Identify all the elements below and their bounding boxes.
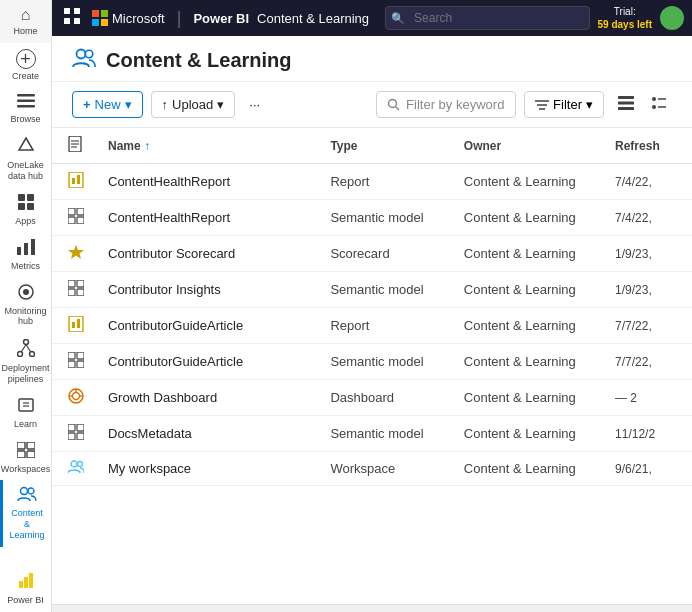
table-row[interactable]: DocsMetadata Semantic model Content & Le… <box>52 416 692 452</box>
upload-chevron-icon: ▾ <box>217 97 224 112</box>
svg-rect-1 <box>17 99 35 102</box>
item-icon-semantic <box>68 212 84 227</box>
row-owner-cell: Content & Learning <box>452 272 603 308</box>
table-row[interactable]: Growth Dashboard Dashboard Content & Lea… <box>52 380 692 416</box>
svg-rect-55 <box>68 208 75 215</box>
svg-point-71 <box>73 393 80 400</box>
col-refresh-header[interactable]: Refresh <box>603 128 692 164</box>
bottom-scrollbar[interactable] <box>52 604 692 612</box>
search-input[interactable] <box>385 6 589 30</box>
row-icon-cell <box>52 452 96 486</box>
table-container[interactable]: Name ↑ Type Owner Refresh <box>52 128 692 604</box>
sidebar-item-home[interactable]: ⌂ Home <box>0 0 51 43</box>
svg-rect-9 <box>24 243 28 255</box>
row-icon-cell <box>52 164 96 200</box>
row-type-cell: Scorecard <box>318 236 451 272</box>
row-refresh-cell: 1/9/23, <box>603 272 692 308</box>
microsoft-label: Microsoft <box>112 11 165 26</box>
sidebar-item-powerbi[interactable]: Power BI <box>0 565 51 612</box>
svg-rect-59 <box>68 280 75 287</box>
svg-point-44 <box>652 97 656 101</box>
topbar-workspace-label: Content & Learning <box>257 11 369 26</box>
table-row[interactable]: ContributorGuideArticle Report Content &… <box>52 308 692 344</box>
home-icon: ⌂ <box>21 6 31 24</box>
svg-rect-68 <box>68 361 75 368</box>
svg-rect-27 <box>19 581 23 588</box>
sidebar-item-content-learning[interactable]: Content &Learning <box>0 480 51 546</box>
svg-rect-53 <box>72 178 75 184</box>
table-body: ContentHealthReport Report Content & Lea… <box>52 164 692 486</box>
deployment-icon <box>17 339 35 361</box>
svg-rect-41 <box>618 96 634 99</box>
svg-rect-42 <box>618 102 634 105</box>
grid-view-button[interactable] <box>644 90 672 119</box>
list-view-button[interactable] <box>612 91 640 118</box>
row-owner-cell: Content & Learning <box>452 380 603 416</box>
table-row[interactable]: Contributor Scorecard Scorecard Content … <box>52 236 692 272</box>
row-type-cell: Semantic model <box>318 200 451 236</box>
table-row[interactable]: My workspace Workspace Content & Learnin… <box>52 452 692 486</box>
more-options-button[interactable]: ··· <box>243 92 266 117</box>
upload-button[interactable]: ↑ Upload ▾ <box>151 91 236 118</box>
powerbi-bottom-icon <box>17 571 35 593</box>
row-owner-cell: Content & Learning <box>452 308 603 344</box>
row-refresh-cell: 7/7/22, <box>603 308 692 344</box>
learn-icon <box>17 397 35 417</box>
sidebar-item-metrics[interactable]: Metrics <box>0 233 51 278</box>
svg-line-17 <box>26 345 31 352</box>
svg-rect-31 <box>74 8 80 14</box>
item-icon-semantic <box>68 356 84 371</box>
filter-keyword-input[interactable]: Filter by keyword <box>376 91 516 118</box>
row-name-cell: Growth Dashboard <box>96 380 318 416</box>
svg-point-45 <box>652 105 656 109</box>
svg-point-34 <box>77 50 86 59</box>
row-name-cell: DocsMetadata <box>96 416 318 452</box>
item-icon-scorecard <box>68 248 84 263</box>
metrics-icon <box>17 239 35 259</box>
sidebar-item-deployment[interactable]: Deploymentpipelines <box>0 333 51 391</box>
svg-rect-58 <box>77 217 84 224</box>
new-button[interactable]: + New ▾ <box>72 91 143 118</box>
svg-rect-66 <box>68 352 75 359</box>
view-toggle-area <box>612 90 672 119</box>
svg-rect-18 <box>19 399 33 411</box>
sidebar: ⌂ Home + Create Browse OneLakedata hub A… <box>0 0 52 612</box>
row-icon-cell <box>52 236 96 272</box>
filter-button[interactable]: Filter ▾ <box>524 91 604 118</box>
sidebar-item-create[interactable]: + Create <box>0 43 51 88</box>
topbar: Microsoft | Power BI Content & Learning … <box>52 0 692 36</box>
content-area: Content & Learning + New ▾ ↑ Upload ▾ ··… <box>52 36 692 612</box>
sidebar-item-onelake[interactable]: OneLakedata hub <box>0 130 51 188</box>
svg-rect-60 <box>77 280 84 287</box>
row-name-cell: ContentHealthReport <box>96 200 318 236</box>
sidebar-item-learn[interactable]: Learn <box>0 391 51 436</box>
svg-rect-52 <box>69 172 83 188</box>
svg-rect-78 <box>77 433 84 440</box>
row-refresh-cell: 7/4/22, <box>603 164 692 200</box>
row-owner-cell: Content & Learning <box>452 416 603 452</box>
svg-point-13 <box>23 340 28 345</box>
table-row[interactable]: ContentHealthReport Semantic model Conte… <box>52 200 692 236</box>
col-owner-header[interactable]: Owner <box>452 128 603 164</box>
svg-line-16 <box>21 345 26 352</box>
table-row[interactable]: ContentHealthReport Report Content & Lea… <box>52 164 692 200</box>
topbar-right: Trial: 59 days left <box>598 5 684 31</box>
col-type-header[interactable]: Type <box>318 128 451 164</box>
table-row[interactable]: Contributor Insights Semantic model Cont… <box>52 272 692 308</box>
svg-rect-77 <box>68 433 75 440</box>
sidebar-item-browse[interactable]: Browse <box>0 88 51 131</box>
sidebar-item-apps[interactable]: Apps <box>0 188 51 233</box>
svg-point-14 <box>17 352 22 357</box>
workspaces-icon <box>17 442 35 462</box>
svg-rect-5 <box>27 194 34 201</box>
avatar[interactable] <box>660 6 684 30</box>
table-row[interactable]: ContributorGuideArticle Semantic model C… <box>52 344 692 380</box>
microsoft-logo <box>92 10 108 26</box>
row-type-cell: Semantic model <box>318 344 451 380</box>
new-plus-icon: + <box>83 97 91 112</box>
row-name-cell: ContentHealthReport <box>96 164 318 200</box>
sidebar-item-workspaces[interactable]: Workspaces <box>0 436 51 481</box>
sidebar-item-monitoring[interactable]: Monitoringhub <box>0 278 51 334</box>
grid-menu-button[interactable] <box>60 4 84 32</box>
col-name-header[interactable]: Name ↑ <box>96 128 318 164</box>
